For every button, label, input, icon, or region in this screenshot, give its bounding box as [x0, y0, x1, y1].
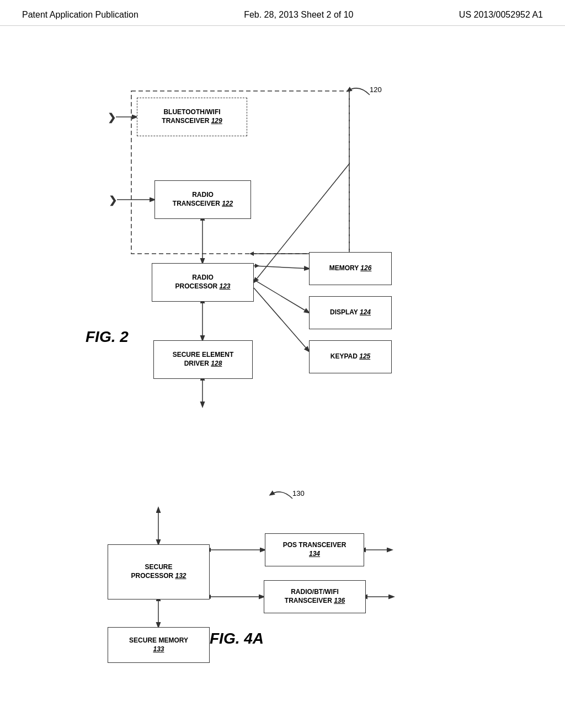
svg-line-13 — [254, 288, 309, 351]
ref-arrow-120 — [331, 81, 381, 103]
bluetooth-wifi-transceiver-box: BLUETOOTH/WIFITRANSCEIVER 129 — [137, 98, 247, 136]
secure-element-driver-box: SECURE ELEMENTDRIVER 128 — [153, 340, 253, 379]
svg-line-12 — [254, 280, 309, 313]
radio-transceiver-box: RADIOTRANSCEIVER 122 — [154, 180, 251, 219]
diagram-area: ❯ ❯ — [0, 26, 565, 721]
svg-text:❯: ❯ — [108, 112, 116, 124]
radio-processor-box: RADIOPROCESSOR 123 — [152, 263, 254, 302]
header-right: US 2013/0052952 A1 — [459, 10, 543, 20]
svg-marker-9 — [249, 251, 254, 256]
header-center: Feb. 28, 2013 Sheet 2 of 10 — [244, 10, 353, 20]
fig4a-label: FIG. 4A — [210, 630, 264, 647]
radio-bt-wifi-transceiver-box: RADIO/BT/WIFITRANSCEIVER 136 — [264, 580, 366, 613]
patent-header: Patent Application Publication Feb. 28, … — [0, 0, 565, 26]
header-left: Patent Application Publication — [22, 10, 138, 20]
svg-marker-11 — [255, 264, 259, 268]
memory-box: MEMORY 126 — [309, 252, 392, 285]
pos-transceiver-box: POS TRANSCEIVER134 — [265, 533, 364, 566]
ref-arrow-130 — [254, 485, 303, 507]
display-box: DISPLAY 124 — [309, 296, 392, 329]
secure-memory-box: SECURE MEMORY133 — [108, 627, 210, 663]
svg-text:❯: ❯ — [109, 195, 117, 206]
svg-line-10 — [254, 266, 309, 269]
keypad-box: KEYPAD 125 — [309, 340, 392, 373]
secure-processor-box: SECUREPROCESSOR 132 — [108, 544, 210, 599]
fig2-label: FIG. 2 — [86, 328, 129, 346]
arrows-svg: ❯ ❯ — [0, 26, 565, 721]
